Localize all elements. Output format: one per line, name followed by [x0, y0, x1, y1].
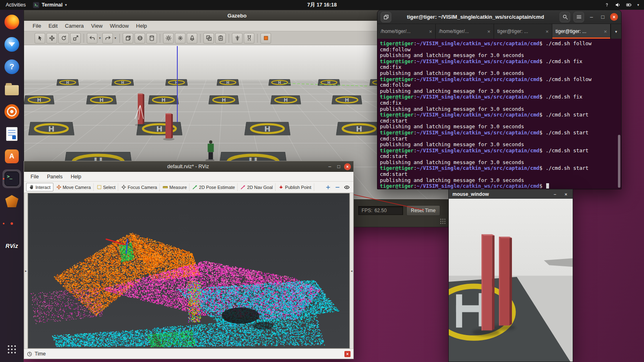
tab-close-icon[interactable]: × [429, 29, 432, 35]
align-button[interactable] [232, 33, 243, 44]
dock-item-running[interactable] [2, 214, 21, 233]
translate-tool-button[interactable] [46, 33, 57, 44]
activities-button[interactable]: Activities [6, 2, 26, 8]
tool-move-camera[interactable]: Move Camera [54, 183, 94, 191]
terminal-body[interactable]: tiger@tiger:~/VISIM_single/catkin_ws/src… [377, 39, 621, 189]
windows-stack-icon[interactable] [381, 12, 391, 22]
gazebo-menu-edit[interactable]: Edit [45, 22, 61, 30]
dock-item-show-apps[interactable] [2, 340, 21, 359]
scale-tool-button[interactable] [70, 33, 81, 44]
close-button[interactable]: × [563, 192, 569, 197]
insert-cylinder-button[interactable] [146, 33, 157, 44]
dock-item-files[interactable] [2, 80, 21, 99]
scrollbar-thumb[interactable] [618, 135, 620, 188]
mail-icon [4, 37, 19, 52]
tool-focus-camera[interactable]: Focus Camera [119, 183, 160, 191]
rviz-menu-file[interactable]: File [26, 173, 43, 180]
close-button[interactable]: × [610, 13, 618, 21]
panel-collapse-left[interactable]: ▸ [24, 193, 28, 349]
fps-field[interactable]: FPS: 62.50 [358, 206, 403, 215]
minimize-button[interactable]: – [325, 164, 334, 169]
dock-item-writer[interactable] [2, 125, 21, 143]
clock[interactable]: 7月 17 16:18 [307, 2, 337, 9]
terminal-tab-4[interactable]: tiger@tiger: ...× [552, 24, 611, 39]
rviz-3d-view[interactable] [28, 193, 350, 349]
redo-button[interactable] [102, 33, 113, 44]
app-menu[interactable]: Terminal ▾ [33, 2, 67, 8]
rviz-menu-help[interactable]: Help [66, 173, 85, 180]
paste-button[interactable] [215, 33, 226, 44]
dock-item-rviz[interactable]: RViz [2, 237, 21, 255]
rotate-tool-button[interactable] [58, 33, 69, 44]
remove-tool-button[interactable] [333, 183, 342, 192]
helipad: H [269, 79, 291, 86]
mouse-window-titlebar[interactable]: mouse_window – × [449, 189, 573, 199]
redo-dropdown[interactable]: ▾ [115, 36, 116, 40]
dock-item-terminal[interactable]: >_ [2, 169, 21, 188]
select-tool-button[interactable] [35, 33, 45, 44]
maximize-button[interactable]: □ [334, 164, 343, 169]
tab-close-icon[interactable]: × [545, 29, 549, 35]
rviz-titlebar[interactable]: default.rviz* - RViz – □ × [24, 161, 353, 172]
snap-button[interactable] [244, 33, 254, 44]
rviz-menu-panels[interactable]: Panels [43, 173, 66, 180]
search-button[interactable] [560, 12, 570, 22]
minimize-button[interactable]: – [552, 192, 558, 197]
tool-2d-nav-goal[interactable]: 2D Nav Goal [238, 183, 276, 191]
insert-sphere-button[interactable] [135, 33, 145, 44]
time-panel-close-button[interactable]: × [344, 351, 351, 357]
menu-button[interactable] [573, 12, 584, 22]
tab-close-icon[interactable]: × [604, 29, 607, 35]
dock-item-help[interactable]: ? [2, 57, 21, 76]
copy-button[interactable] [203, 33, 214, 44]
reset-time-button[interactable]: Reset Time [406, 205, 440, 216]
tab-close-icon[interactable]: × [487, 29, 490, 35]
tool-select[interactable]: Select [94, 183, 119, 191]
tool-interact[interactable]: Interact [26, 183, 53, 191]
visibility-button[interactable] [342, 183, 351, 192]
gazebo-menu-help[interactable]: Help [132, 22, 151, 30]
gazebo-menu-view[interactable]: View [88, 22, 106, 30]
pointcloud-canvas[interactable] [28, 193, 349, 348]
point-light-button[interactable] [175, 33, 185, 44]
tool-publish-point[interactable]: Publish Point [276, 183, 314, 191]
terminal-headerbar[interactable]: tiger@tiger: ~/VISIM_single/catkin_ws/sr… [377, 10, 621, 24]
system-status-area[interactable]: ▾ [604, 2, 644, 8]
gazebo-menu-window[interactable]: Window [106, 22, 132, 30]
dock-item-media[interactable] [2, 102, 21, 121]
tool-measure[interactable]: Measure [160, 183, 190, 191]
scale-icon [73, 35, 79, 41]
gazebo-menu-camera[interactable]: Camera [61, 22, 87, 30]
align-icon [234, 35, 240, 41]
undo-dropdown[interactable]: ▾ [99, 36, 101, 40]
volume-icon[interactable] [615, 2, 621, 8]
panel-collapse-right[interactable]: ◂ [350, 193, 353, 349]
resize-grip[interactable] [440, 218, 446, 224]
dock-item-firefox[interactable] [2, 13, 21, 31]
change-origin-button[interactable] [260, 33, 271, 44]
output-text: publishing and latching message for 3.0 … [380, 159, 524, 165]
mouse-window-render[interactable] [449, 199, 573, 362]
output-text: cmd:start [380, 118, 408, 124]
gazebo-menu-file[interactable]: File [29, 22, 45, 30]
spot-light-button[interactable] [187, 33, 197, 44]
help-indicator[interactable] [604, 2, 610, 8]
tool-2d-pose-estimate[interactable]: 2D Pose Estimate [190, 183, 238, 191]
maximize-button[interactable]: □ [599, 14, 607, 20]
system-menu-caret-icon[interactable]: ▾ [637, 3, 639, 7]
directional-light-button[interactable] [163, 33, 174, 44]
terminal-tab-1[interactable]: /home/tiger/...× [377, 24, 436, 39]
terminal-tab-2[interactable]: /home/tiger/...× [436, 24, 494, 39]
minimize-button[interactable]: – [587, 14, 595, 20]
undo-button[interactable] [87, 33, 97, 44]
dock-item-gazebo[interactable] [2, 192, 21, 211]
dock-item-software[interactable]: A [2, 147, 21, 166]
terminal-tab-3[interactable]: tiger@tiger: ...× [494, 24, 552, 39]
tab-list-caret-button[interactable]: ▾ [611, 24, 621, 39]
insert-box-button[interactable] [123, 33, 133, 44]
mouse-window-view[interactable] [449, 199, 573, 362]
close-button[interactable]: × [344, 163, 351, 170]
dock-item-mail[interactable] [2, 35, 21, 54]
battery-icon[interactable] [626, 2, 632, 8]
add-tool-button[interactable] [324, 183, 333, 192]
